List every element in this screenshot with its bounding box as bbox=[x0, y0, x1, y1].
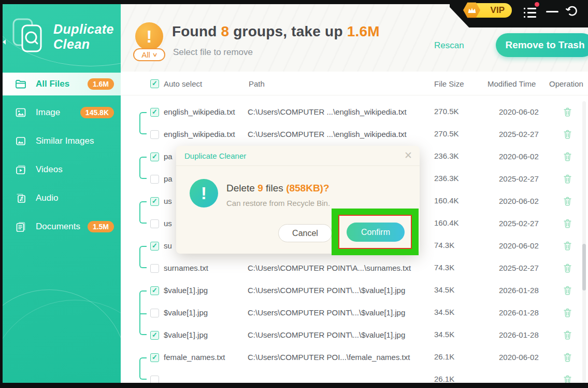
group-count: 8 bbox=[221, 23, 230, 39]
trash-icon[interactable] bbox=[563, 263, 572, 273]
file-size: 34.5K bbox=[434, 308, 454, 316]
delete-size: (858KB)? bbox=[286, 183, 329, 193]
file-modified-time: 2020-06-02 bbox=[499, 353, 539, 362]
result-summary-title: Found 8 groups, take up 1.6M bbox=[172, 23, 380, 40]
file-name: $value[1].jpg bbox=[164, 286, 208, 295]
file-modified-time: 2020-06-02 bbox=[499, 107, 539, 116]
dialog-header: Duplicate Cleaner ✕ bbox=[176, 146, 420, 166]
trash-icon[interactable] bbox=[563, 308, 572, 318]
file-size: 74.3K bbox=[434, 241, 454, 250]
confirm-button[interactable]: Confirm bbox=[347, 223, 405, 242]
file-size: 34.5K bbox=[434, 285, 454, 294]
file-checkbox-unchecked[interactable] bbox=[150, 376, 159, 383]
file-modified-time: 2025-02-27 bbox=[499, 219, 539, 228]
file-name: su bbox=[164, 241, 172, 250]
table-row: female_names.txtC:\Users\COMPUTER POI...… bbox=[121, 347, 588, 369]
auto-select-label: Auto select bbox=[164, 79, 202, 88]
trash-icon[interactable] bbox=[563, 241, 572, 251]
similar-images-icon bbox=[15, 135, 27, 147]
trash-icon[interactable] bbox=[563, 330, 572, 340]
remove-to-trash-button[interactable]: Remove to Trash bbox=[496, 33, 588, 57]
rescan-link[interactable]: Rescan bbox=[434, 40, 464, 51]
group-bracket bbox=[139, 112, 147, 134]
group-bracket bbox=[139, 157, 147, 179]
sidebar-item-image[interactable]: Image 145.8K bbox=[3, 101, 121, 124]
sidebar-item-similar-images[interactable]: Similar Images bbox=[3, 130, 121, 153]
file-checkbox-unchecked[interactable] bbox=[150, 130, 159, 139]
file-size: 74.3K bbox=[434, 263, 454, 272]
close-icon[interactable]: ✕ bbox=[404, 150, 412, 161]
file-modified-time: 2026-01-28 bbox=[499, 286, 539, 295]
file-name: $value[1].jpg bbox=[164, 330, 208, 339]
sidebar-item-label: Videos bbox=[36, 164, 63, 175]
file-modified-time: 2020-06-02 bbox=[499, 197, 539, 205]
file-name: english_wikipedia.txt bbox=[164, 130, 235, 138]
file-size: 26.1K bbox=[434, 352, 454, 361]
file-checkbox-checked[interactable] bbox=[150, 331, 159, 340]
sidebar-collapse-arrow-icon[interactable] bbox=[3, 39, 6, 45]
size-badge: 1.5M bbox=[88, 221, 114, 232]
sidebar-item-videos[interactable]: Videos bbox=[3, 158, 121, 181]
file-checkbox-unchecked[interactable] bbox=[150, 309, 159, 317]
file-size: 160.4K bbox=[434, 196, 459, 205]
scope-dropdown[interactable]: All ∨ bbox=[133, 48, 165, 61]
undo-icon[interactable] bbox=[565, 4, 578, 18]
file-checkbox-unchecked[interactable] bbox=[150, 175, 159, 184]
cancel-button[interactable]: Cancel bbox=[278, 224, 332, 242]
trash-icon[interactable] bbox=[563, 174, 572, 184]
vip-badge[interactable]: VIP bbox=[468, 3, 512, 18]
file-path: C:\Users\COMPUTER POINT\...\$value[1].jp… bbox=[248, 308, 405, 317]
scrollbar-track[interactable] bbox=[582, 101, 586, 383]
sidebar-item-audio[interactable]: Audio bbox=[3, 187, 121, 210]
group-bracket bbox=[139, 201, 147, 224]
minimize-button[interactable] bbox=[545, 9, 560, 15]
audio-icon bbox=[15, 192, 27, 204]
menu-list-icon[interactable] bbox=[524, 7, 537, 20]
file-checkbox-checked[interactable] bbox=[150, 353, 159, 362]
folder-icon bbox=[15, 78, 27, 90]
sidebar-item-all-files[interactable]: All Files 1.6M bbox=[3, 73, 121, 95]
file-checkbox-checked[interactable] bbox=[150, 197, 159, 206]
file-checkbox-checked[interactable] bbox=[150, 153, 159, 161]
file-modified-time: 2026-01-28 bbox=[499, 308, 539, 317]
video-icon bbox=[15, 163, 27, 176]
trash-icon[interactable] bbox=[563, 129, 572, 140]
trash-icon[interactable] bbox=[563, 107, 572, 117]
dialog-note: Can restore from Recycle Bin. bbox=[226, 199, 330, 207]
scrollbar-thumb[interactable] bbox=[582, 244, 586, 290]
file-name: surnames.txt bbox=[164, 264, 208, 272]
file-size: 26.1K bbox=[434, 375, 454, 383]
file-checkbox-checked[interactable] bbox=[150, 242, 159, 251]
annotation-highlight-box: Confirm bbox=[332, 209, 419, 255]
file-checkbox-checked[interactable] bbox=[150, 108, 159, 117]
trash-icon[interactable] bbox=[563, 196, 572, 206]
sidebar-item-label: Audio bbox=[36, 193, 58, 203]
file-name: pa bbox=[164, 152, 173, 161]
auto-select-checkbox[interactable] bbox=[150, 79, 159, 88]
column-header-file-size: File Size bbox=[434, 79, 464, 88]
image-icon bbox=[15, 106, 27, 119]
trash-icon[interactable] bbox=[563, 375, 572, 383]
file-path: C:\Users\COMPUTER POINT\A...\surnames.tx… bbox=[248, 264, 411, 272]
trash-icon[interactable] bbox=[563, 218, 572, 229]
trash-icon[interactable] bbox=[563, 352, 572, 363]
duplicate-search-logo-icon bbox=[10, 17, 48, 57]
file-checkbox-checked[interactable] bbox=[150, 286, 159, 295]
table-row: english_wikipedia.txtC:\Users\COMPUTER .… bbox=[121, 101, 588, 123]
trash-icon[interactable] bbox=[563, 285, 572, 296]
file-size: 236.3K bbox=[434, 151, 459, 160]
sidebar-item-documents[interactable]: Documents 1.5M bbox=[3, 215, 121, 238]
file-checkbox-unchecked[interactable] bbox=[150, 219, 159, 228]
sidebar-item-label: Similar Images bbox=[36, 136, 94, 146]
table-row: $value[1].jpgC:\Users\COMPUTER POINT\...… bbox=[121, 280, 588, 302]
group-bracket bbox=[139, 290, 147, 335]
group-bracket bbox=[139, 246, 147, 268]
file-checkbox-unchecked[interactable] bbox=[150, 264, 159, 273]
screen: { "app": { "name_line1": "Duplicate", "n… bbox=[0, 0, 588, 388]
file-count: 9 bbox=[257, 183, 263, 193]
column-header-path: Path bbox=[249, 79, 265, 88]
scope-selector: ! All ∨ bbox=[134, 21, 165, 63]
trash-icon[interactable] bbox=[563, 151, 572, 162]
total-size: 1.6M bbox=[347, 23, 380, 39]
file-path: C:\Users\COMPUTER ...\english_wikipedia.… bbox=[248, 130, 407, 138]
